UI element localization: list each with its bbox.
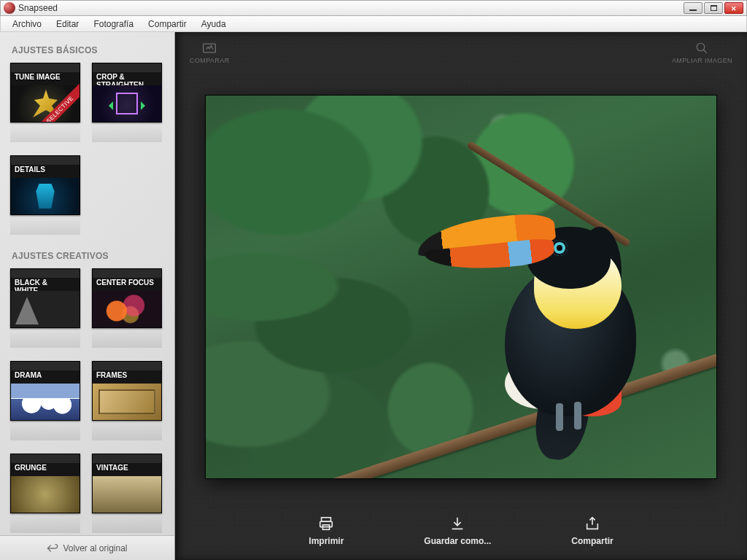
photo-content: [206, 96, 716, 478]
minimize-button[interactable]: [684, 2, 703, 14]
share-icon: [584, 516, 601, 532]
tool-creative-3[interactable]: FRAMES: [92, 361, 162, 440]
menubar: Archivo Editar Fotografía Compartir Ayud…: [0, 16, 747, 32]
revert-label: Volver al original: [63, 543, 127, 553]
svg-rect-2: [322, 518, 331, 522]
main-canvas-area: COMPARAR AMPLIAR IMAGEN: [175, 32, 747, 560]
creative-tools-grid: BLACK & WHITECENTER FOCUSDRAMAFRAMESGRUN…: [10, 268, 167, 533]
undo-arrow-icon: [47, 544, 58, 553]
tool-creative-5[interactable]: VINTAGE: [92, 454, 162, 533]
compare-icon: [202, 42, 217, 55]
save-as-button[interactable]: Guardar como...: [424, 516, 491, 546]
menu-compartir[interactable]: Compartir: [141, 18, 194, 31]
tool-creative-0[interactable]: BLACK & WHITE: [10, 268, 80, 348]
tool-label: VINTAGE: [96, 464, 154, 472]
canvas-wrap: [175, 70, 747, 506]
app-icon: [4, 2, 15, 14]
compare-button[interactable]: COMPARAR: [190, 42, 230, 64]
window-title: Snapseed: [18, 3, 684, 13]
tool-label: FRAMES: [96, 372, 154, 380]
canvas-top-tools: COMPARAR AMPLIAR IMAGEN: [175, 32, 747, 70]
save-as-label: Guardar como...: [424, 536, 491, 546]
svg-point-1: [697, 43, 705, 51]
image-canvas[interactable]: [206, 96, 716, 478]
menu-ayuda[interactable]: Ayuda: [194, 18, 233, 31]
window-controls: [684, 2, 743, 14]
tool-label: GRUNGE: [15, 464, 72, 472]
section-basic-title: AJUSTES BÁSICOS: [12, 45, 167, 55]
share-label: Compartir: [571, 536, 613, 546]
share-button[interactable]: Compartir: [571, 516, 613, 546]
download-icon: [449, 516, 466, 532]
magnifier-icon: [694, 42, 709, 55]
tool-label: DETAILS: [15, 166, 72, 174]
tool-label: TUNE IMAGE: [15, 74, 72, 82]
tool-creative-1[interactable]: CENTER FOCUS: [92, 268, 162, 348]
printer-icon: [317, 516, 335, 532]
tool-basic-2[interactable]: DETAILS: [10, 155, 80, 235]
tools-sidebar: AJUSTES BÁSICOS TUNE IMAGESELECTIVECROP …: [0, 32, 175, 560]
menu-editar[interactable]: Editar: [49, 18, 86, 31]
revert-button[interactable]: Volver al original: [0, 535, 174, 560]
tool-label: DRAMA: [15, 372, 72, 380]
zoom-label: AMPLIAR IMAGEN: [672, 57, 732, 64]
menu-archivo[interactable]: Archivo: [5, 18, 49, 31]
print-label: Imprimir: [309, 536, 344, 546]
tool-basic-1[interactable]: CROP & STRAIGHTEN: [92, 63, 162, 142]
tool-creative-2[interactable]: DRAMA: [10, 361, 80, 440]
svg-rect-3: [320, 521, 333, 526]
tool-basic-0[interactable]: TUNE IMAGESELECTIVE: [10, 63, 80, 142]
tool-creative-4[interactable]: GRUNGE: [10, 454, 80, 533]
compare-label: COMPARAR: [190, 57, 230, 64]
close-button[interactable]: [724, 2, 743, 14]
basic-tools-grid: TUNE IMAGESELECTIVECROP & STRAIGHTENDETA…: [10, 63, 167, 235]
window-titlebar: Snapseed: [0, 0, 747, 16]
zoom-button[interactable]: AMPLIAR IMAGEN: [672, 42, 732, 64]
section-creative-title: AJUSTES CREATIVOS: [12, 251, 167, 261]
tool-label: CENTER FOCUS: [96, 279, 154, 287]
print-button[interactable]: Imprimir: [309, 516, 344, 546]
bottom-actions: Imprimir Guardar como... Compartir: [175, 506, 747, 560]
maximize-button[interactable]: [704, 2, 723, 14]
menu-fotografia[interactable]: Fotografía: [86, 18, 141, 31]
